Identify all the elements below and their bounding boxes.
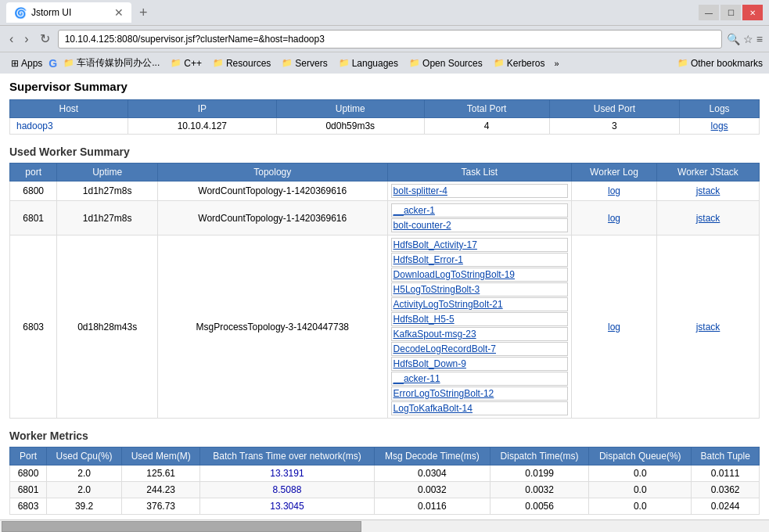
col-topology: Topology [157, 164, 387, 182]
other-bookmarks[interactable]: 📁 Other bookmarks [677, 58, 763, 69]
bookmark-cpp[interactable]: 📁 C++ [166, 56, 207, 70]
bookmark-kerberos[interactable]: 📁 Kerberos [489, 56, 550, 70]
task-link-hdfs-error-1[interactable]: HdfsBolt_Error-1 [391, 253, 569, 267]
cell-uptime-6801: 1d1h27m8s [57, 201, 158, 235]
cell-topology-6801: WordCountTopology-1-1420369616 [157, 201, 387, 235]
worker-log-link-6801[interactable]: log [608, 213, 620, 224]
horizontal-scrollbar[interactable] [0, 519, 769, 532]
metrics-batch-trans-6801: 8.5088 [200, 482, 374, 498]
task-link-log-kafka-14[interactable]: LogToKafkaBolt-14 [391, 401, 569, 415]
task-link-acker-11[interactable]: __acker-11 [391, 372, 569, 386]
bookmark-languages[interactable]: 📁 Languages [334, 56, 403, 70]
metrics-dispatch-time-6801: 0.0032 [491, 482, 589, 498]
star-icon[interactable]: ☆ [743, 33, 753, 45]
cell-log-6803: log [572, 235, 657, 419]
metrics-mem-6803: 376.73 [122, 498, 200, 515]
bookmark-chuyu[interactable]: 📁 车语传媒协同办公... [59, 55, 164, 71]
apps-bookmark[interactable]: ⊞ Apps [6, 56, 47, 70]
task-link-acker-1[interactable]: __acker-1 [391, 203, 569, 217]
col-logs: Logs [680, 100, 760, 118]
metrics-col-mem: Used Mem(M) [122, 448, 200, 466]
cell-logs: logs [680, 118, 760, 135]
bookmark-resources-label: Resources [226, 58, 271, 69]
minimize-button[interactable]: — [699, 5, 719, 20]
col-host: Host [10, 100, 128, 118]
worker-log-link-6800[interactable]: log [608, 185, 620, 196]
cell-jstack-6800: jstack [656, 182, 759, 201]
folder-icon-open-sources: 📁 [409, 58, 420, 68]
cell-uptime-6800: 1d1h27m8s [57, 182, 158, 201]
cell-port-6803: 6803 [10, 235, 57, 419]
horizontal-scrollbar-thumb[interactable] [2, 521, 361, 532]
cell-tasks-6801: __acker-1 bolt-counter-2 [387, 201, 572, 235]
metrics-cpu-6800: 2.0 [47, 466, 122, 482]
tab-close-button[interactable]: ✕ [114, 6, 124, 19]
more-bookmarks-button[interactable]: » [551, 57, 562, 70]
cell-tasks-6800: bolt-splitter-4 [387, 182, 572, 201]
metrics-dispatch-time-6803: 0.0056 [491, 498, 589, 515]
bookmark-resources[interactable]: 📁 Resources [208, 56, 275, 70]
cell-uptime-6803: 0d18h28m43s [57, 235, 158, 419]
close-button[interactable]: ✕ [742, 5, 763, 20]
cell-used-port: 3 [549, 118, 679, 135]
task-link-error-log-12[interactable]: ErrorLogToStringBolt-12 [391, 386, 569, 401]
task-link-decode-log-7[interactable]: DecodeLogRecordBolt-7 [391, 342, 569, 356]
task-link-download-log-19[interactable]: DownloadLogToStringBolt-19 [391, 268, 569, 282]
col-worker-log: Worker Log [572, 164, 657, 182]
col-ip: IP [128, 100, 276, 118]
worker-jstack-link-6801[interactable]: jstack [696, 213, 720, 224]
cell-total-port: 4 [424, 118, 549, 135]
google-icon[interactable]: G [49, 57, 57, 70]
bookmark-open-sources[interactable]: 📁 Open Sources [404, 56, 487, 70]
metrics-batch-trans-6803: 13.3045 [200, 498, 374, 515]
tab-title: Jstorm UI [31, 7, 71, 18]
metrics-batch-tuple-6800: 0.0111 [692, 466, 760, 482]
metrics-col-msg-decode: Msg Decode Time(ms) [374, 448, 490, 466]
metrics-dispatch-queue-6801: 0.0 [589, 482, 692, 498]
metrics-batch-tuple-6803: 0.0244 [692, 498, 760, 515]
task-link-activity-log-21[interactable]: ActivityLogToStringBolt-21 [391, 297, 569, 311]
title-bar: 🌀 Jstorm UI ✕ + — ☐ ✕ [0, 0, 769, 25]
browser-tab[interactable]: 🌀 Jstorm UI ✕ [6, 2, 131, 23]
table-row: 6801 1d1h27m8s WordCountTopology-1-14203… [10, 201, 760, 235]
col-worker-jstack: Worker JStack [656, 164, 759, 182]
metrics-batch-trans-6800: 13.3191 [200, 466, 374, 482]
worker-metrics-table: Port Used Cpu(%) Used Mem(M) Batch Trans… [9, 447, 760, 515]
logs-link[interactable]: logs [711, 120, 728, 131]
worker-jstack-link-6800[interactable]: jstack [696, 185, 720, 196]
maximize-button[interactable]: ☐ [720, 5, 741, 20]
bookmark-servers-label: Servers [295, 58, 327, 69]
folder-icon-resources: 📁 [213, 58, 224, 68]
task-link-kafka-spout-23[interactable]: KafkaSpout-msg-23 [391, 327, 569, 341]
folder-icon-servers: 📁 [282, 58, 293, 68]
task-link-h5log-3[interactable]: H5LogToStringBolt-3 [391, 282, 569, 297]
reload-button[interactable]: ↻ [37, 30, 53, 48]
page-content: Supervisor Summary Host IP Uptime Total … [0, 74, 769, 532]
task-link-hdfs-activity-17[interactable]: HdfsBolt_Activity-17 [391, 238, 569, 252]
cell-tasks-6803: HdfsBolt_Activity-17 HdfsBolt_Error-1 Do… [387, 235, 572, 419]
task-link-hdfs-h5-5[interactable]: HdfsBolt_H5-5 [391, 312, 569, 326]
new-tab-button[interactable]: + [136, 5, 151, 21]
address-bar[interactable] [58, 30, 722, 49]
task-link-hdfs-down-9[interactable]: HdfsBolt_Down-9 [391, 357, 569, 371]
menu-icon[interactable]: ≡ [756, 33, 763, 45]
metrics-mem-6800: 125.61 [122, 466, 200, 482]
bookmark-servers[interactable]: 📁 Servers [277, 56, 332, 70]
search-icon[interactable]: 🔍 [727, 33, 740, 45]
task-link-bolt-splitter-4[interactable]: bolt-splitter-4 [391, 184, 569, 198]
metrics-dispatch-queue-6803: 0.0 [589, 498, 692, 515]
metrics-dispatch-time-6800: 0.0199 [491, 466, 589, 482]
folder-icon-cpp: 📁 [171, 58, 181, 68]
metrics-msg-decode-6803: 0.0116 [374, 498, 490, 515]
forward-button[interactable]: › [21, 31, 31, 48]
cell-ip: 10.10.4.127 [128, 118, 276, 135]
metrics-col-cpu: Used Cpu(%) [47, 448, 122, 466]
worker-jstack-link-6803[interactable]: jstack [696, 322, 720, 332]
cell-log-6800: log [572, 182, 657, 201]
worker-log-link-6803[interactable]: log [608, 322, 620, 332]
cell-jstack-6803: jstack [656, 235, 759, 419]
back-button[interactable]: ‹ [6, 31, 16, 48]
task-link-bolt-counter-2[interactable]: bolt-counter-2 [391, 218, 569, 232]
cell-jstack-6801: jstack [656, 201, 759, 235]
col-port: port [10, 164, 57, 182]
